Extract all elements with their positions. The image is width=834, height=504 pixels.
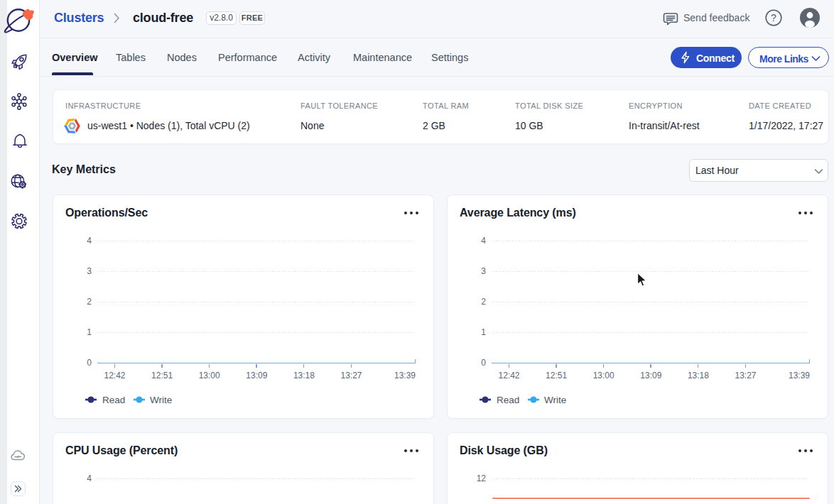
svg-text:?: ? — [771, 12, 776, 23]
